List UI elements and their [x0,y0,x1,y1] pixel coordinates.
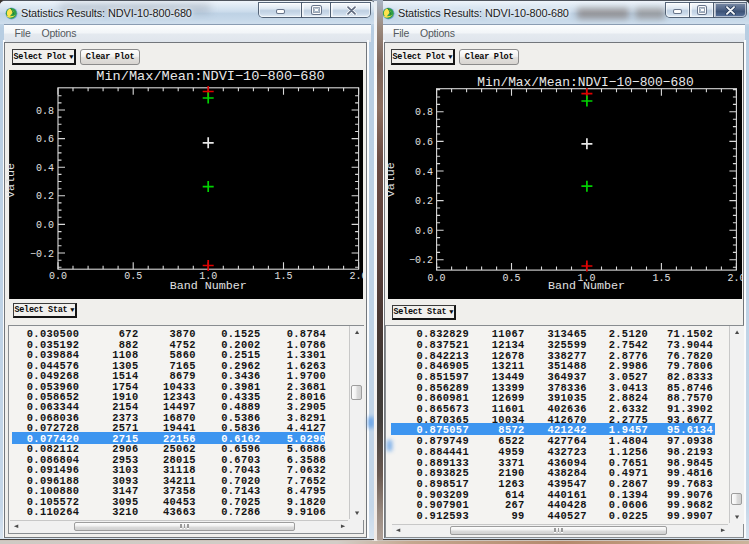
svg-text:0.6: 0.6 [415,136,433,147]
svg-text:Band Number: Band Number [169,279,246,293]
svg-text:0.2: 0.2 [415,196,433,207]
svg-text:2.0: 2.0 [349,271,362,282]
svg-text:−0.2: −0.2 [409,255,433,266]
svg-text:Value: Value [385,162,398,197]
svg-text:0.0: 0.0 [415,225,433,236]
svg-text:Band Number: Band Number [548,279,625,293]
svg-text:−0.2: −0.2 [29,248,53,259]
svg-text:1.5: 1.5 [274,271,292,282]
svg-text:Value: Value [6,162,18,197]
svg-text:2.0: 2.0 [727,273,742,284]
svg-text:Min/Max/Mean:NDVI−10−800−680: Min/Max/Mean:NDVI−10−800−680 [96,70,324,84]
svg-text:0.6: 0.6 [35,134,53,145]
svg-text:0.0: 0.0 [428,273,446,284]
svg-text:0.4: 0.4 [35,162,53,173]
svg-text:1.5: 1.5 [652,273,670,284]
svg-text:0.0: 0.0 [35,219,53,230]
svg-text:0.5: 0.5 [124,271,142,282]
svg-text:0.8: 0.8 [415,107,433,118]
svg-text:0.8: 0.8 [35,105,53,116]
svg-text:Min/Max/Mean:NDVI−10−800−680: Min/Max/Mean:NDVI−10−800−680 [477,74,694,89]
svg-text:0.2: 0.2 [35,191,53,202]
svg-text:0.4: 0.4 [415,166,433,177]
svg-text:0.5: 0.5 [502,273,520,284]
svg-text:0.0: 0.0 [48,271,66,282]
